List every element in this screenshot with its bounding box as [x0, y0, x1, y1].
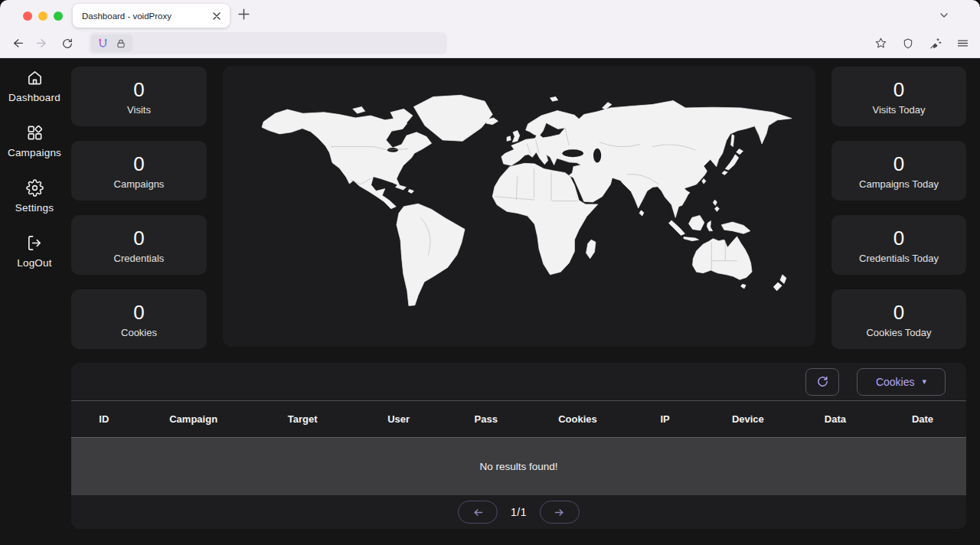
- world-map-card: [223, 66, 815, 347]
- column-header-ip: IP: [626, 413, 704, 425]
- sidebar-item-label: Dashboard: [8, 92, 60, 103]
- filter-dropdown-button[interactable]: Cookies ▾: [857, 368, 946, 396]
- refresh-icon: [816, 375, 829, 388]
- browser-tab[interactable]: Dashboard - voidProxy: [73, 4, 230, 28]
- stat-value: 0: [893, 301, 904, 325]
- column-header-campaign: Campaign: [137, 413, 250, 425]
- stats-column-left: 0 Visits 0 Campaigns 0 Credentials 0 Coo…: [71, 67, 207, 349]
- table-header-row: ID Campaign Target User Pass Cookies IP …: [71, 401, 966, 437]
- stat-label: Visits Today: [873, 104, 926, 116]
- stat-card-campaigns-today: 0 Campaigns Today: [831, 141, 966, 201]
- stat-value: 0: [133, 78, 144, 102]
- lock-icon[interactable]: [116, 38, 126, 49]
- results-panel: Cookies ▾ ID Campaign Target User Pass C…: [71, 363, 966, 529]
- column-header-pass: Pass: [443, 413, 530, 425]
- caret-down-icon: ▾: [923, 377, 927, 386]
- stat-card-cookies-today: 0 Cookies Today: [831, 289, 966, 349]
- stat-label: Cookies: [121, 327, 157, 338]
- browser-window: Dashboard - voidProxy: [0, 0, 980, 545]
- logout-icon: [26, 234, 44, 252]
- filter-dropdown-label: Cookies: [876, 376, 915, 388]
- back-icon[interactable]: [11, 37, 24, 50]
- column-header-device: Device: [704, 413, 792, 425]
- minimize-window-button[interactable]: [38, 11, 47, 21]
- sidebar-item-settings[interactable]: Settings: [0, 179, 69, 214]
- home-icon: [26, 69, 44, 86]
- empty-results-row: No results found!: [71, 437, 966, 495]
- sidebar-item-campaigns[interactable]: Campaigns: [0, 124, 69, 158]
- sidebar-item-label: Campaigns: [8, 147, 61, 158]
- stat-label: Campaigns Today: [859, 178, 939, 190]
- sidebar-item-dashboard[interactable]: Dashboard: [0, 69, 69, 103]
- column-header-data: Data: [792, 413, 879, 425]
- url-bar[interactable]: [89, 32, 447, 54]
- tab-close-icon[interactable]: [213, 12, 220, 20]
- stat-value: 0: [133, 301, 144, 325]
- stat-card-credentials: 0 Credentials: [71, 215, 207, 275]
- empty-results-message: No results found!: [479, 461, 557, 472]
- stat-label: Cookies Today: [866, 327, 931, 338]
- url-bar-icons: [91, 34, 132, 52]
- stat-card-campaigns: 0 Campaigns: [71, 141, 207, 201]
- stat-value: 0: [893, 227, 904, 250]
- stat-value: 0: [133, 227, 144, 250]
- results-toolbar: Cookies ▾: [71, 363, 966, 401]
- stat-card-cookies: 0 Cookies: [71, 289, 207, 349]
- column-header-user: User: [355, 413, 443, 425]
- bookmark-star-icon[interactable]: [874, 37, 887, 50]
- stat-card-visits-today: 0 Visits Today: [831, 67, 966, 126]
- category-icon: [26, 124, 44, 142]
- tab-title: Dashboard - voidProxy: [82, 11, 213, 21]
- clear-data-broom-icon[interactable]: [929, 37, 942, 50]
- proxy-extension-icon[interactable]: [97, 38, 109, 49]
- stat-card-credentials-today: 0 Credentials Today: [831, 215, 966, 275]
- gear-icon: [26, 179, 44, 197]
- page-indicator: 1/1: [511, 506, 527, 518]
- column-header-id: ID: [71, 413, 137, 425]
- window-controls: [23, 11, 63, 21]
- previous-page-button[interactable]: [458, 501, 498, 524]
- next-page-button[interactable]: [540, 501, 580, 524]
- dashboard-page: Dashboard Campaigns Settings LogOut: [0, 58, 980, 544]
- stat-value: 0: [893, 78, 904, 102]
- browser-toolbar: [0, 29, 980, 58]
- chevron-down-icon[interactable]: [939, 10, 949, 21]
- column-header-cookies: Cookies: [530, 413, 626, 425]
- shield-icon[interactable]: [902, 38, 914, 50]
- sidebar-item-logout[interactable]: LogOut: [0, 234, 69, 269]
- forward-icon[interactable]: [36, 37, 49, 50]
- world-map: [242, 91, 796, 313]
- column-header-target: Target: [250, 413, 355, 425]
- menu-hamburger-icon[interactable]: [956, 37, 969, 50]
- pagination: 1/1: [71, 495, 966, 529]
- stat-card-visits: 0 Visits: [71, 67, 207, 126]
- sidebar: Dashboard Campaigns Settings LogOut: [0, 58, 69, 544]
- stat-value: 0: [133, 152, 144, 176]
- column-header-date: Date: [879, 413, 966, 425]
- browser-tab-bar: Dashboard - voidProxy: [0, 0, 980, 29]
- sidebar-item-label: Settings: [15, 202, 54, 214]
- stat-label: Credentials Today: [859, 253, 939, 264]
- reload-icon[interactable]: [61, 38, 74, 50]
- stat-label: Visits: [127, 104, 151, 116]
- arrow-right-icon: [553, 506, 566, 519]
- new-tab-button[interactable]: [237, 8, 250, 21]
- stat-value: 0: [893, 152, 904, 176]
- stat-label: Credentials: [114, 253, 165, 264]
- arrow-left-icon: [472, 506, 485, 519]
- refresh-button[interactable]: [805, 368, 839, 396]
- zoom-window-button[interactable]: [54, 11, 63, 21]
- sidebar-item-label: LogOut: [17, 257, 51, 269]
- stat-label: Campaigns: [114, 178, 165, 190]
- stats-column-right: 0 Visits Today 0 Campaigns Today 0 Crede…: [831, 67, 966, 349]
- close-window-button[interactable]: [23, 11, 32, 21]
